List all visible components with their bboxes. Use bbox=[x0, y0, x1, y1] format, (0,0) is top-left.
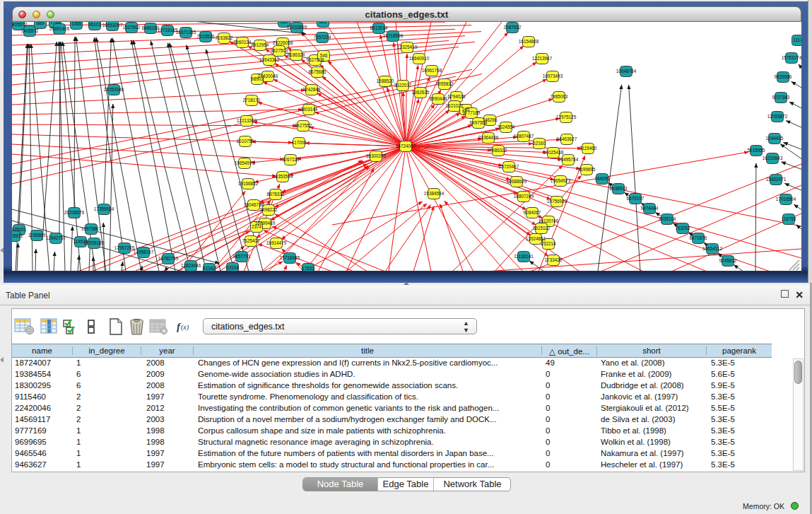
svg-text:1615112: 1615112 bbox=[533, 226, 551, 230]
svg-text:15751074: 15751074 bbox=[782, 55, 801, 60]
svg-text:8675685: 8675685 bbox=[309, 69, 326, 74]
svg-text:1065: 1065 bbox=[71, 22, 82, 26]
svg-text:12213967: 12213967 bbox=[532, 56, 553, 61]
svg-text:8990448: 8990448 bbox=[430, 96, 447, 101]
svg-text:16671355: 16671355 bbox=[176, 30, 196, 35]
svg-text:881: 881 bbox=[319, 22, 327, 24]
svg-text:252214: 252214 bbox=[541, 241, 556, 246]
svg-text:62160: 62160 bbox=[533, 141, 546, 146]
svg-text:116753: 116753 bbox=[782, 216, 796, 221]
svg-text:10654112: 10654112 bbox=[702, 246, 722, 251]
svg-text:13524851: 13524851 bbox=[526, 236, 546, 241]
svg-text:16961758: 16961758 bbox=[422, 68, 442, 73]
svg-text:7357224: 7357224 bbox=[314, 35, 331, 40]
svg-text:18807249: 18807249 bbox=[514, 194, 534, 199]
svg-text:3267110: 3267110 bbox=[282, 157, 300, 162]
svg-text:1610755: 1610755 bbox=[237, 139, 254, 144]
svg-text:12975125: 12975125 bbox=[556, 115, 577, 119]
svg-text:33104: 33104 bbox=[226, 265, 239, 270]
svg-text:12093872: 12093872 bbox=[767, 114, 788, 119]
svg-text:15692971: 15692971 bbox=[766, 177, 787, 182]
svg-text:7799: 7799 bbox=[50, 22, 61, 25]
svg-text:12823446: 12823446 bbox=[181, 263, 201, 268]
svg-text:14958157: 14958157 bbox=[134, 250, 154, 255]
svg-text:5215955: 5215955 bbox=[748, 148, 765, 153]
svg-text:(x): (x) bbox=[181, 323, 189, 332]
svg-text:1156869: 1156869 bbox=[28, 233, 46, 238]
svg-text:13353594: 13353594 bbox=[273, 174, 293, 179]
svg-text:18640910: 18640910 bbox=[409, 56, 430, 61]
svg-text:91042: 91042 bbox=[203, 266, 216, 271]
svg-text:7163822: 7163822 bbox=[216, 35, 233, 40]
svg-text:28053346: 28053346 bbox=[104, 87, 124, 92]
svg-text:9227343: 9227343 bbox=[772, 95, 790, 100]
svg-text:96101: 96101 bbox=[88, 22, 101, 27]
svg-text:16463627: 16463627 bbox=[557, 136, 577, 141]
svg-text:9115460: 9115460 bbox=[579, 146, 597, 151]
svg-text:6497568: 6497568 bbox=[470, 120, 488, 125]
svg-text:23364436: 23364436 bbox=[478, 135, 499, 140]
svg-text:12942757: 12942757 bbox=[46, 235, 66, 240]
svg-text:546: 546 bbox=[320, 53, 328, 58]
svg-text:23495784: 23495784 bbox=[558, 157, 579, 162]
svg-text:17631: 17631 bbox=[302, 266, 314, 271]
svg-text:9827503: 9827503 bbox=[271, 48, 288, 53]
svg-text:763262: 763262 bbox=[675, 226, 690, 230]
svg-text:9699695: 9699695 bbox=[578, 167, 596, 172]
svg-text:16210643: 16210643 bbox=[763, 156, 783, 160]
svg-text:16914479: 16914479 bbox=[266, 240, 287, 245]
svg-text:9857791: 9857791 bbox=[233, 254, 251, 259]
svg-text:1527602: 1527602 bbox=[123, 25, 141, 30]
svg-text:1733426: 1733426 bbox=[545, 257, 563, 262]
svg-text:2803144: 2803144 bbox=[300, 107, 318, 112]
svg-text:10543362: 10543362 bbox=[259, 57, 280, 62]
svg-text:17016504: 17016504 bbox=[776, 197, 796, 201]
svg-text:6794028: 6794028 bbox=[448, 94, 466, 99]
svg-text:16154808: 16154808 bbox=[519, 39, 539, 44]
svg-text:19654923: 19654923 bbox=[551, 178, 571, 183]
svg-text:160: 160 bbox=[281, 22, 288, 24]
svg-text:8912954: 8912954 bbox=[252, 42, 269, 47]
svg-text:20206576: 20206576 bbox=[64, 210, 85, 215]
svg-text:19384554: 19384554 bbox=[424, 191, 445, 196]
svg-text:7955812: 7955812 bbox=[436, 81, 454, 86]
svg-text:8813014: 8813014 bbox=[370, 25, 388, 30]
svg-text:2374: 2374 bbox=[252, 224, 262, 229]
svg-text:9245612: 9245612 bbox=[719, 258, 737, 263]
svg-text:15716485: 15716485 bbox=[280, 255, 300, 260]
svg-text:9329966: 9329966 bbox=[775, 74, 792, 79]
svg-text:10653267: 10653267 bbox=[102, 23, 123, 28]
svg-text:3322037: 3322037 bbox=[394, 83, 412, 88]
svg-text:17957255: 17957255 bbox=[114, 245, 135, 250]
svg-text:8427552: 8427552 bbox=[295, 123, 312, 128]
svg-text:16046738: 16046738 bbox=[244, 202, 264, 207]
svg-text:23226058: 23226058 bbox=[273, 40, 293, 45]
svg-text:7485063: 7485063 bbox=[551, 94, 568, 99]
svg-text:6679197: 6679197 bbox=[627, 196, 645, 201]
svg-text:13325419: 13325419 bbox=[397, 45, 418, 49]
svg-text:12213369: 12213369 bbox=[237, 118, 257, 123]
svg-text:935001: 935001 bbox=[12, 227, 27, 232]
svg-text:9084067: 9084067 bbox=[524, 210, 541, 215]
svg-text:16033809: 16033809 bbox=[287, 25, 307, 30]
svg-text:10648784: 10648784 bbox=[616, 69, 637, 74]
svg-text:10973493: 10973493 bbox=[543, 74, 563, 78]
svg-text:1405572: 1405572 bbox=[12, 22, 28, 27]
svg-text:16120746: 16120746 bbox=[539, 218, 559, 223]
svg-text:3915931: 3915931 bbox=[12, 233, 23, 238]
svg-text:1621022: 1621022 bbox=[446, 103, 464, 108]
svg-text:18300295: 18300295 bbox=[366, 153, 387, 158]
svg-text:9474444: 9474444 bbox=[641, 206, 659, 211]
svg-text:417006: 417006 bbox=[291, 140, 307, 145]
svg-text:889: 889 bbox=[37, 22, 45, 25]
svg-text:1362615: 1362615 bbox=[412, 90, 430, 95]
svg-text:15720407: 15720407 bbox=[499, 164, 519, 169]
svg-text:2718170: 2718170 bbox=[243, 98, 261, 103]
svg-text:1117: 1117 bbox=[793, 37, 801, 42]
svg-text:8660124: 8660124 bbox=[234, 40, 252, 45]
svg-text:8938913: 8938913 bbox=[610, 186, 628, 191]
svg-text:18724007: 18724007 bbox=[396, 144, 416, 148]
svg-text:16782759: 16782759 bbox=[158, 256, 179, 261]
svg-text:98901: 98901 bbox=[251, 76, 264, 81]
svg-text:9242848: 9242848 bbox=[303, 87, 321, 92]
